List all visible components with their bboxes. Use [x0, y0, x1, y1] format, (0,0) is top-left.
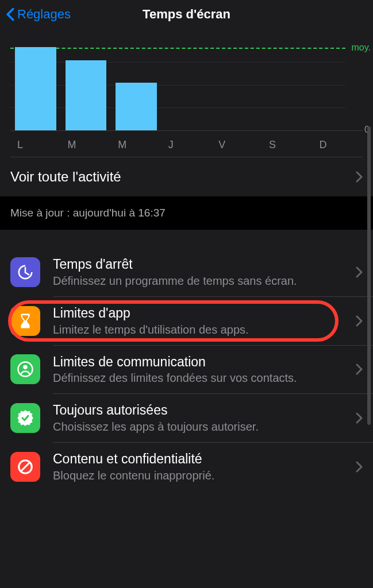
update-status-text: Mise à jour : aujourd'hui à 16:37	[10, 207, 166, 219]
app-limits-title: Limites d'app	[53, 305, 356, 322]
hourglass-icon	[10, 306, 40, 336]
page-title: Temps d'écran	[143, 7, 230, 22]
communication-limits-sub: Définissez des limites fondées sur vos c…	[53, 371, 356, 385]
chevron-left-icon	[6, 7, 15, 21]
scroll-indicator[interactable]	[367, 126, 371, 425]
chevron-right-icon	[356, 461, 363, 473]
chevron-right-icon	[356, 171, 363, 183]
view-activity-label: Voir toute l'activité	[10, 169, 356, 185]
app-limits-row[interactable]: Limites d'app Limitez le temps d'utilisa…	[0, 297, 373, 345]
view-activity-row[interactable]: Voir toute l'activité	[0, 157, 373, 196]
chart-x-labels: LMMJVSD	[0, 134, 373, 157]
chevron-right-icon	[356, 363, 363, 375]
downtime-row[interactable]: Temps d'arrêt Définissez un programme de…	[0, 248, 373, 296]
chart-day-label: J	[161, 139, 212, 151]
chart-day-label: M	[111, 139, 161, 151]
back-button[interactable]: Réglages	[0, 7, 71, 22]
usage-chart: moy. 0	[0, 29, 373, 134]
downtime-icon	[10, 257, 40, 287]
chart-day-label: V	[212, 139, 262, 151]
chart-day-label: S	[262, 139, 313, 151]
chevron-right-icon	[356, 315, 363, 327]
nav-bar: Réglages Temps d'écran	[0, 0, 373, 29]
downtime-title: Temps d'arrêt	[53, 256, 356, 273]
svg-point-1	[23, 365, 28, 370]
chart-day-label: D	[312, 139, 363, 151]
app-limits-sub: Limitez le temps d'utilisation des apps.	[53, 323, 356, 337]
update-status: Mise à jour : aujourd'hui à 16:37	[0, 196, 373, 230]
content-privacy-title: Contenu et confidentialité	[53, 451, 356, 467]
settings-group: Temps d'arrêt Définissez un programme de…	[0, 248, 373, 491]
chart-day-label: M	[61, 139, 111, 151]
back-label: Réglages	[17, 7, 71, 22]
block-icon	[10, 452, 40, 482]
chart-bar	[116, 83, 157, 130]
chart-bar	[66, 60, 107, 130]
always-allowed-sub: Choisissez les apps à toujours autoriser…	[53, 420, 356, 434]
check-badge-icon	[10, 403, 40, 433]
chevron-right-icon	[356, 266, 363, 278]
communication-limits-title: Limites de communication	[53, 354, 356, 370]
chart-bar	[15, 47, 56, 130]
content-privacy-sub: Bloquez le contenu inapproprié.	[53, 469, 356, 483]
chart-day-label: L	[10, 139, 61, 151]
communication-limits-row[interactable]: Limites de communication Définissez des …	[0, 346, 373, 394]
always-allowed-title: Toujours autorisées	[53, 402, 356, 419]
content-privacy-row[interactable]: Contenu et confidentialité Bloquez le co…	[0, 443, 373, 491]
downtime-sub: Définissez un programme de temps sans éc…	[53, 274, 356, 288]
always-allowed-row[interactable]: Toujours autorisées Choisissez les apps …	[0, 394, 373, 442]
chevron-right-icon	[356, 412, 363, 424]
svg-line-3	[21, 462, 30, 471]
contact-icon	[10, 354, 40, 384]
